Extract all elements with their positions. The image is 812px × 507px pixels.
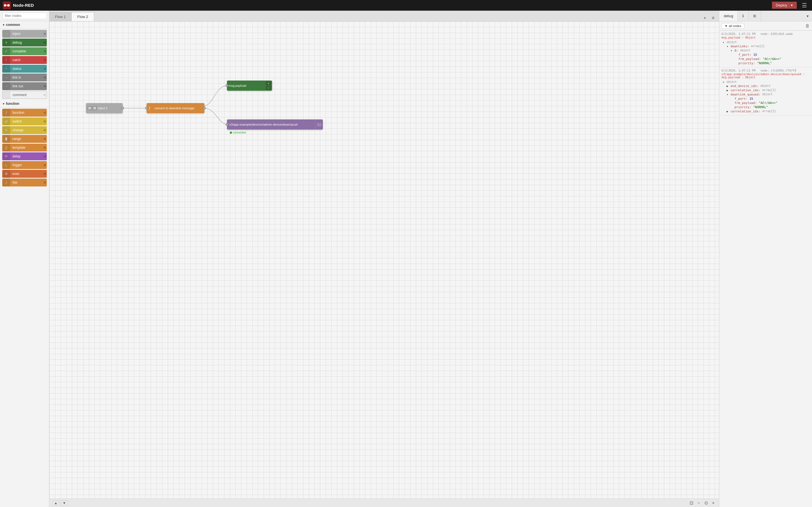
palette-node-rbe[interactable]: J rbe [2,179,47,186]
function-label: function [10,111,43,115]
tab-menu-button[interactable]: ≡ [710,15,716,21]
rbe-icon: J [2,179,10,186]
rbe-dot [43,179,47,186]
complete-label: complete [10,49,43,53]
filter-icon: ▼ [725,24,728,27]
tab-flow2-label: Flow 2 [77,15,88,19]
palette-node-link-out[interactable]: → link out [2,82,47,90]
tree-type: array[1] [751,45,765,48]
zoom-out-button[interactable]: − [696,500,702,506]
exec-icon: ⚙ [2,170,10,178]
palette-node-template[interactable]: {} template [2,144,47,152]
zoom-controls: ⊡ − ⊙ + [689,500,716,506]
palette-node-complete[interactable]: ✓ complete [2,47,47,55]
status-icon: ~ [2,65,10,73]
switch-label: switch [10,119,43,123]
tree-toggle[interactable]: ▾ [730,49,734,52]
rp-actions: ▾ [803,13,812,19]
tree-indent-3: ▾ f_port: 15 ▾ frm_payload: "ACr/AA==" [730,53,810,65]
tree-type: object [760,84,770,87]
canvas-node-mqtt[interactable]: v3/app-example/devices/admin-device/down… [227,119,323,129]
change-icon: ✕ [2,126,10,134]
palette-node-status[interactable]: ~ status [2,65,47,73]
tree-toggle[interactable]: ▾ [726,45,730,48]
tree-row: ▾ object [723,40,810,44]
tree-row: ▾ downlinks: array[1] [726,44,810,48]
inject-label: inject [10,32,43,36]
palette-node-delay[interactable]: ⟳ delay [2,152,47,160]
palette-section-common[interactable]: ▾ common [0,21,49,29]
tab-flow1[interactable]: Flow 1 [49,12,71,21]
tab-flow2[interactable]: Flow 2 [71,12,94,21]
palette-node-link-in[interactable]: → link in [2,73,47,81]
inject-left-indicator [88,106,92,110]
connections-svg [49,21,719,499]
tree-toggle[interactable]: ▶ [726,84,730,88]
rp-chevron-down-button[interactable]: ▾ [806,13,810,19]
svg-rect-2 [7,4,10,6]
template-label: template [10,146,43,150]
catch-icon: ! [2,56,10,64]
fit-view-button[interactable]: ⊡ [689,500,694,506]
zoom-reset-button[interactable]: ⊙ [703,500,709,506]
tree-toggle[interactable]: ▶ [726,89,730,92]
palette-node-change[interactable]: ✕ change [2,126,47,134]
mqtt-signal-icon: )))) [317,122,321,126]
filter-nodes-input[interactable] [2,12,47,19]
rp-tab-info[interactable]: ℹ [738,11,749,21]
canvas-node-inject1[interactable]: inject 1 [86,103,123,113]
tree-type: array[1] [762,89,776,92]
add-tab-button[interactable]: + [702,15,708,21]
node-palette: ▾ common → inject ≡ debug ✓ complete [0,11,49,507]
tree-row: ▶ correlation_ids: array[1] [726,109,810,114]
flow-canvas[interactable]: inject 1 ƒ convert to downlink message m… [49,21,719,499]
hamburger-menu-button[interactable]: ☰ [800,1,809,10]
f-port-value: 15 [753,53,757,57]
tree-indent-dq: ▾ f_port: 15 ▾ frm_payload: "ACr/AA==" ▾ [726,97,810,109]
mqtt-connected-status: connected [230,131,246,134]
deploy-button[interactable]: Deploy ▾ [772,2,797,9]
palette-node-function[interactable]: ƒ function [2,109,47,117]
msgpayload-menu-btn[interactable]: ≡ [266,81,271,86]
clear-debug-button[interactable]: 🗑 [805,23,810,29]
debug-icon: ≡ [2,39,10,47]
canvas-node-convert[interactable]: ƒ convert to downlink message [147,103,204,113]
canvas-node-msgpayload[interactable]: msg.payload ≡ □ [227,80,272,91]
palette-node-catch[interactable]: ! catch [2,56,47,64]
tree-toggle[interactable]: ▶ [726,110,730,113]
rp-tab-context[interactable]: ⊞ [749,11,761,21]
link-out-dot [43,82,47,90]
palette-node-inject[interactable]: → inject [2,30,47,38]
tree-type: object [740,49,750,52]
tree-type: object [726,41,737,44]
deploy-dropdown-arrow[interactable]: ▾ [789,3,793,7]
nav-down-button[interactable]: ▼ [61,500,68,506]
rp-tab-debug[interactable]: debug [719,11,738,21]
all-nodes-button[interactable]: ▼ all nodes [721,23,744,29]
status-dot [43,65,47,73]
palette-node-range[interactable]: ▐▌ range [2,135,47,143]
debug-entry-1-node: node: 6301c8a5.aade [760,33,793,36]
palette-node-switch[interactable]: ⇄ switch [2,117,47,125]
tree-toggle[interactable]: ▾ [726,93,730,96]
msgpayload-extra-btn[interactable]: □ [266,86,271,90]
complete-icon: ✓ [2,47,10,55]
bottom-bar: ▲ ▼ ⊡ − ⊙ + [49,499,719,507]
palette-section-function[interactable]: ▾ function [0,100,49,108]
palette-section-common-label: common [6,23,20,27]
status-label: status [10,67,43,71]
mqtt-right-area: )))) [315,119,323,129]
palette-node-trigger[interactable]: L trigger [2,161,47,169]
palette-node-debug[interactable]: ≡ debug [2,39,47,47]
tab-flow1-label: Flow 1 [55,15,66,19]
zoom-in-button[interactable]: + [711,500,716,506]
tree-key: 0: [734,49,738,52]
nav-up-button[interactable]: ▲ [52,500,59,506]
palette-node-comment[interactable]: comment [2,91,47,99]
tree-toggle[interactable]: ▾ [723,80,726,83]
frm-payload-value: "ACr/AA==" [763,57,781,61]
tree-toggle[interactable]: ▾ [723,41,726,44]
tree-row: ▾ priority: "NORMAL" [730,105,810,109]
palette-node-exec[interactable]: ⚙ exec [2,170,47,178]
debug-tab-label: debug [724,14,733,18]
